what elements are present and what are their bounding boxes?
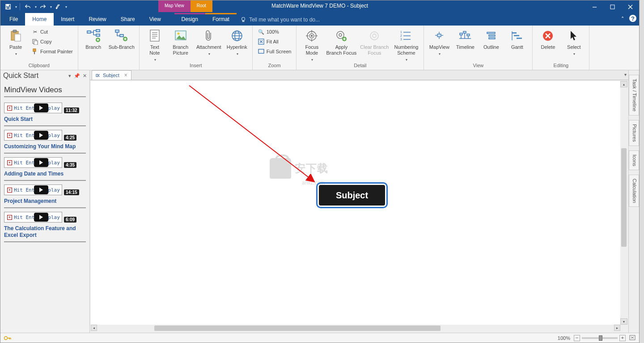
- video-thumbnail[interactable]: ×Hit Ent play: [4, 130, 62, 141]
- tab-review[interactable]: Review: [81, 13, 113, 26]
- panel-dropdown-icon[interactable]: ▾: [68, 73, 71, 79]
- video-thumbnail[interactable]: ×Hit Ent play: [4, 103, 62, 113]
- group-branch: Branch Sub-Branch x: [78, 26, 140, 70]
- tab-design[interactable]: Design: [174, 13, 205, 26]
- collapse-ribbon-icon[interactable]: ˄: [619, 15, 627, 23]
- right-tab-pictures[interactable]: Pictures: [629, 120, 639, 146]
- canvas[interactable]: 安下载 anxz.com Subject: [91, 81, 620, 325]
- redo-icon[interactable]: [38, 2, 48, 12]
- right-tab-icons[interactable]: Icons: [629, 150, 639, 170]
- undo-icon[interactable]: [23, 2, 33, 12]
- video-item[interactable]: ×Hit Ent play 14:15 Project Management: [4, 181, 86, 208]
- play-icon: [34, 158, 48, 167]
- zoom-level[interactable]: 100%: [558, 335, 570, 341]
- group-editing-label: Editing: [554, 63, 569, 69]
- styles-icon[interactable]: [53, 2, 63, 12]
- video-item[interactable]: ×Hit Ent play 11:32 Quick Start: [4, 99, 86, 126]
- numbering-scheme-button[interactable]: 123Numbering Scheme▾: [392, 27, 420, 63]
- branch-picture-button[interactable]: Branch Picture: [169, 27, 192, 56]
- svg-rect-14: [33, 49, 36, 51]
- tab-file[interactable]: File: [2, 13, 25, 26]
- panel-pin-icon[interactable]: 📌: [74, 73, 80, 79]
- title-bar: ▾ ▾ ▾ ▾ Map View Root MatchWare MindView…: [0, 0, 639, 13]
- svg-rect-5: [610, 5, 614, 9]
- paperclip-icon: [201, 28, 216, 43]
- cut-button[interactable]: ✂Cut: [30, 27, 74, 36]
- zoom-100-button[interactable]: 🔍100%: [256, 27, 293, 36]
- sub-branch-button[interactable]: Sub-Branch: [108, 27, 136, 50]
- group-detail: Focus Mode▾ Apply Branch Focus Clear Bra…: [297, 26, 424, 70]
- branch-icon: [86, 28, 101, 43]
- zoom-in-button[interactable]: +: [619, 335, 626, 341]
- zoom-out-button[interactable]: −: [574, 335, 580, 341]
- outline-button[interactable]: Outline: [479, 27, 503, 50]
- doc-tab-close-icon[interactable]: ×: [124, 72, 127, 78]
- picture-icon: [173, 28, 188, 43]
- fit-page-icon[interactable]: [629, 335, 636, 341]
- key-icon: [4, 336, 11, 340]
- tab-share[interactable]: Share: [114, 13, 142, 26]
- minimize-button[interactable]: [585, 0, 603, 13]
- gantt-icon: [509, 28, 525, 43]
- tab-format[interactable]: Format: [205, 13, 237, 26]
- format-painter-button[interactable]: Format Painter: [30, 47, 74, 56]
- tab-insert[interactable]: Insert: [54, 13, 81, 26]
- svg-point-39: [311, 35, 313, 37]
- doc-tabs-dropdown-icon[interactable]: ▾: [624, 72, 627, 77]
- timeline-button[interactable]: Timeline: [453, 27, 477, 50]
- right-tab-calculation[interactable]: Calculation: [629, 175, 639, 207]
- contextual-tabs: Map View Root: [158, 0, 212, 12]
- video-title: The Calculation Feature and Excel Export: [4, 225, 86, 239]
- zoom-slider[interactable]: − +: [574, 335, 626, 341]
- maximize-button[interactable]: [603, 0, 621, 13]
- branch-button[interactable]: Branch: [82, 27, 105, 50]
- save-icon[interactable]: [3, 2, 13, 12]
- text-note-button[interactable]: Text Note▾: [143, 27, 166, 63]
- group-view-label: View: [473, 63, 484, 69]
- watermark-bag-icon: [270, 158, 291, 179]
- svg-point-47: [370, 32, 378, 40]
- svg-rect-11: [15, 34, 21, 41]
- video-item[interactable]: ×Hit Ent play 4:35 Adding Date and Times: [4, 154, 86, 181]
- copy-button[interactable]: Copy: [30, 37, 74, 46]
- svg-text:1: 1: [400, 30, 402, 34]
- scissors-icon: ✂: [31, 28, 38, 35]
- svg-rect-20: [115, 30, 119, 32]
- focus-mode-button[interactable]: Focus Mode▾: [300, 27, 323, 63]
- horizontal-scrollbar[interactable]: ◂ ▸: [91, 325, 620, 332]
- tell-me-search[interactable]: Tell me what you want to do...: [237, 14, 323, 26]
- svg-rect-21: [120, 34, 123, 37]
- gantt-button[interactable]: Gantt: [505, 27, 529, 50]
- mindmap-root-node[interactable]: Subject: [319, 185, 385, 206]
- video-duration: 4:25: [64, 135, 76, 141]
- video-item[interactable]: ×Hit Ent play 4:25 Customizing Your Mind…: [4, 126, 86, 154]
- select-button[interactable]: Select▾: [562, 27, 585, 57]
- svg-line-79: [98, 76, 100, 77]
- svg-rect-68: [489, 35, 495, 36]
- right-tab-task-timeline[interactable]: Task / Timeline: [629, 75, 639, 116]
- sub-branch-icon: [114, 28, 129, 43]
- apply-branch-focus-button[interactable]: Apply Branch Focus: [326, 27, 356, 56]
- delete-button[interactable]: Delete: [536, 27, 559, 50]
- fit-all-button[interactable]: Fit All: [256, 37, 293, 46]
- mapview-button[interactable]: MapView▾: [428, 27, 451, 57]
- close-button[interactable]: [621, 0, 639, 13]
- paste-button[interactable]: Paste▾: [4, 27, 27, 57]
- document-tab-subject[interactable]: Subject ×: [92, 70, 131, 80]
- svg-rect-13: [34, 41, 38, 45]
- video-title: Adding Date and Times: [4, 171, 86, 177]
- tab-view[interactable]: View: [142, 13, 168, 26]
- text-note-icon: [147, 28, 162, 43]
- hyperlink-button[interactable]: Hyperlink▾: [225, 27, 249, 57]
- full-screen-button[interactable]: Full Screen: [256, 47, 293, 56]
- tab-home[interactable]: Home: [25, 13, 54, 26]
- panel-close-icon[interactable]: ✕: [83, 73, 87, 79]
- video-thumbnail[interactable]: ×Hit Ent play: [4, 157, 62, 168]
- vertical-scrollbar[interactable]: ▴ ▾: [620, 81, 627, 325]
- attachment-button[interactable]: Attachment▾: [195, 27, 223, 57]
- video-thumbnail[interactable]: ×Hit Ent play: [4, 212, 62, 223]
- globe-icon: [229, 28, 245, 43]
- video-thumbnail[interactable]: ×Hit Ent play: [4, 184, 62, 195]
- video-item[interactable]: ×Hit Ent play 6:09 The Calculation Featu…: [4, 208, 86, 242]
- help-icon[interactable]: ?: [629, 15, 636, 22]
